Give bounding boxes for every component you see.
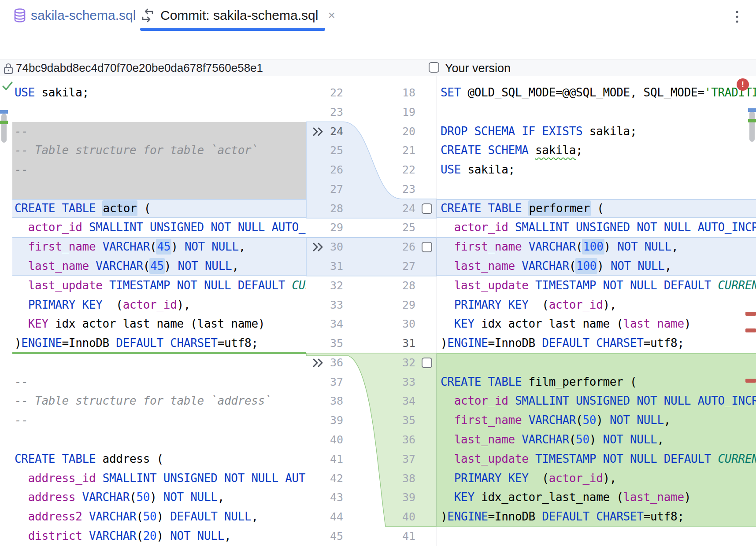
code-line-right[interactable]: PRIMARY KEY (actor_id), [437, 469, 756, 488]
code-line-left[interactable]: -- Table structure for table `address` [0, 391, 306, 411]
right-scrollbar-thumb[interactable] [749, 111, 755, 142]
code-line-right[interactable]: DROP SCHEMA IF EXISTS sakila; [437, 122, 756, 141]
code-line-right[interactable]: CREATE TABLE film_performer ( [437, 373, 756, 392]
code-line-left[interactable] [0, 103, 306, 122]
code-line-right[interactable]: actor_id SMALLINT UNSIGNED NOT NULL AUTO… [437, 218, 756, 237]
code-text: -- [15, 411, 28, 430]
code-line-right[interactable]: last_update TIMESTAMP NOT NULL DEFAULT C… [437, 276, 756, 295]
code-text: PRIMARY KEY (actor_id), [441, 469, 616, 488]
code-line-right[interactable] [437, 527, 756, 546]
line-number-right: 30 [348, 314, 415, 334]
right-editor[interactable]: SET @OLD_SQL_MODE=@@SQL_MODE, SQL_MODE='… [437, 76, 756, 546]
code-line-right[interactable]: USE sakila; [437, 160, 756, 180]
code-line-right[interactable]: last_update TIMESTAMP NOT NULL DEFAULT C… [437, 450, 756, 469]
code-line-right[interactable]: CREATE SCHEMA sakila; [437, 141, 756, 160]
code-line-right[interactable]: actor_id SMALLINT UNSIGNED NOT NULL AUTO… [437, 391, 756, 411]
error-badge-icon[interactable]: ! [737, 78, 749, 91]
gutter-row: 4440 [306, 507, 437, 527]
code-line-left[interactable]: -- [0, 411, 306, 430]
line-number-right: 35 [348, 411, 415, 430]
line-number-left: 29 [306, 218, 343, 237]
include-all-checkbox[interactable] [429, 62, 439, 73]
tab-sakila-schema[interactable]: sakila-schema.sql [13, 0, 136, 31]
code-text: district VARCHAR(20) NOT NULL, [15, 527, 231, 546]
code-text: last_name VARCHAR(50) NOT NULL, [441, 430, 664, 450]
code-line-left[interactable]: -- [0, 160, 306, 180]
code-line-left[interactable]: last_update TIMESTAMP NOT NULL DEFAULT C… [0, 276, 306, 295]
gutter-row: 4137 [306, 450, 437, 469]
line-number-left: 33 [306, 295, 343, 315]
code-line-left[interactable]: CREATE TABLE address ( [0, 450, 306, 469]
scrollmap-error-mark[interactable] [745, 379, 756, 383]
code-line-right[interactable]: KEY idx_actor_last_name (last_name) [437, 488, 756, 507]
gutter-row: 3329 [306, 295, 437, 315]
left-scrollbar-thumb[interactable] [1, 114, 7, 143]
code-line-left[interactable]: first_name VARCHAR(45) NOT NULL, [0, 237, 306, 257]
line-number-left: 35 [306, 334, 343, 353]
code-line-left[interactable]: actor_id SMALLINT UNSIGNED NOT NULL AUTO… [0, 218, 306, 237]
diff-titles-row: 74bc9dabd8ec4d70f70e20be0da678f7560e58e1… [0, 59, 756, 76]
code-line-right[interactable]: )ENGINE=InnoDB DEFAULT CHARSET=utf8; [437, 507, 756, 527]
code-line-right[interactable]: first_name VARCHAR(100) NOT NULL, [437, 237, 756, 257]
line-number-left: 38 [306, 391, 343, 411]
line-number-right: 23 [348, 180, 415, 199]
insertion-marker-line [12, 352, 306, 354]
code-text: )ENGINE=InnoDB DEFAULT CHARSET=utf8; [441, 334, 684, 353]
code-line-right[interactable]: SET @OLD_SQL_MODE=@@SQL_MODE, SQL_MODE='… [437, 83, 756, 103]
line-number-right: 40 [348, 507, 415, 527]
gutter-row: 2319 [306, 103, 437, 122]
include-change-checkbox[interactable] [422, 242, 432, 252]
code-line-left[interactable]: KEY idx_actor_last_name (last_name) [0, 314, 306, 334]
include-change-checkbox[interactable] [422, 358, 432, 368]
tab-commit-sakila-schema[interactable]: Commit: sakila-schema.sql × [140, 0, 335, 31]
code-line-left[interactable]: district VARCHAR(20) NOT NULL, [0, 527, 306, 546]
code-line-right[interactable] [437, 103, 756, 122]
code-line-right[interactable] [437, 353, 756, 373]
line-number-left: 27 [306, 180, 343, 199]
scrollmap-insert-mark[interactable] [748, 119, 756, 122]
code-line-left[interactable]: address_id SMALLINT UNSIGNED NOT NULL AU… [0, 469, 306, 488]
gutter-row: 3430 [306, 314, 437, 334]
code-line-left[interactable]: -- [0, 122, 306, 141]
code-line-right[interactable]: last_name VARCHAR(100) NOT NULL, [437, 257, 756, 276]
code-line-left[interactable]: address VARCHAR(50) NOT NULL, [0, 488, 306, 507]
scrollmap-change-mark[interactable] [748, 108, 756, 112]
code-line-right[interactable]: )ENGINE=InnoDB DEFAULT CHARSET=utf8; [437, 334, 756, 353]
code-text: PRIMARY KEY (actor_id), [15, 295, 190, 315]
code-text: address VARCHAR(50) NOT NULL, [15, 488, 224, 507]
code-text: -- Table structure for table `actor` [15, 141, 258, 160]
scrollmap-change-mark[interactable] [0, 110, 8, 114]
line-number-left: 37 [306, 373, 343, 392]
code-line-left[interactable] [0, 430, 306, 450]
code-line-left[interactable]: -- [0, 373, 306, 392]
code-line-right[interactable] [437, 180, 756, 199]
gutter-row: 4339 [306, 488, 437, 507]
code-line-right[interactable]: PRIMARY KEY (actor_id), [437, 295, 756, 315]
gutter-row: 4238 [306, 469, 437, 488]
code-line-left[interactable] [0, 180, 306, 199]
close-icon[interactable]: × [328, 8, 335, 22]
scrollmap-error-mark[interactable] [745, 328, 756, 332]
line-number-left: 28 [306, 199, 343, 218]
code-line-right[interactable]: first_name VARCHAR(50) NOT NULL, [437, 411, 756, 430]
code-line-right[interactable]: KEY idx_actor_last_name (last_name) [437, 314, 756, 334]
code-line-right[interactable]: CREATE TABLE performer ( [437, 199, 756, 218]
code-line-left[interactable]: last_name VARCHAR(45) NOT NULL, [0, 257, 306, 276]
include-change-checkbox[interactable] [422, 203, 432, 214]
code-line-left[interactable]: -- Table structure for table `actor` [0, 141, 306, 160]
database-icon [13, 8, 26, 23]
code-line-left[interactable] [0, 353, 306, 373]
code-line-left[interactable]: address2 VARCHAR(50) DEFAULT NULL, [0, 507, 306, 527]
scrollmap-error-mark[interactable] [745, 312, 756, 316]
gutter-row: 4541 [306, 527, 437, 546]
line-number-left: 45 [306, 527, 343, 546]
kebab-menu-icon[interactable] [735, 10, 739, 25]
code-line-left[interactable]: USE sakila; [0, 83, 306, 103]
code-line-left[interactable]: PRIMARY KEY (actor_id), [0, 295, 306, 315]
code-line-left[interactable]: )ENGINE=InnoDB DEFAULT CHARSET=utf8; [0, 334, 306, 353]
code-line-left[interactable]: CREATE TABLE actor ( [0, 199, 306, 218]
code-text: last_update TIMESTAMP NOT NULL DEFAULT C… [441, 276, 756, 295]
scrollmap-insert-mark[interactable] [0, 121, 8, 124]
code-line-right[interactable]: last_name VARCHAR(50) NOT NULL, [437, 430, 756, 450]
left-editor[interactable]: USE sakila;---- Table structure for tabl… [0, 76, 306, 546]
